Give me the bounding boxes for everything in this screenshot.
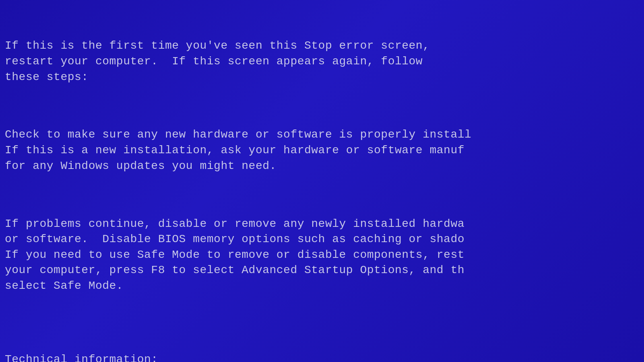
paragraph-1: If this is the first time you've seen th…: [5, 38, 639, 85]
tech-header: Technical information:: [5, 352, 639, 362]
bsod-screen: If this is the first time you've seen th…: [0, 0, 644, 362]
paragraph-3: If problems continue, disable or remove …: [5, 216, 639, 294]
paragraph-2: Check to make sure any new hardware or s…: [5, 127, 639, 174]
